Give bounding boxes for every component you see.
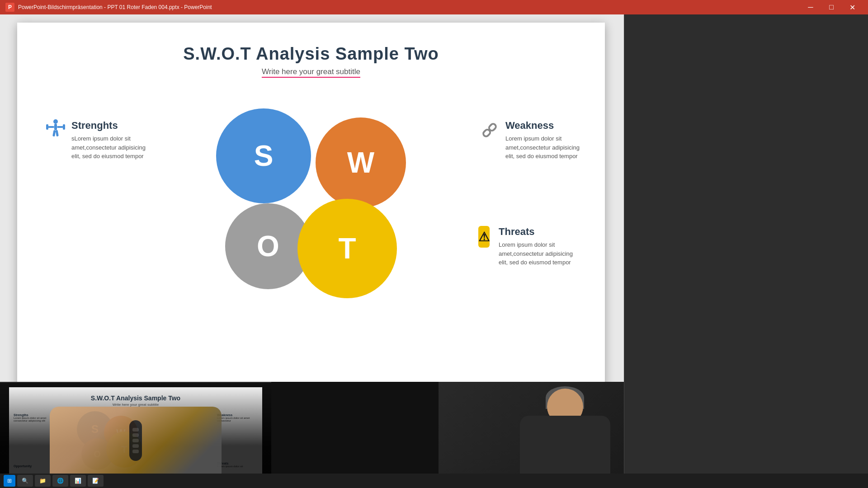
circle-t: T: [297, 199, 397, 298]
slide-title: S.W.O.T Analysis Sample Two: [17, 23, 605, 64]
weakness-icon: [478, 119, 501, 145]
strengths-title: Strenghts: [71, 120, 148, 131]
slide-area: S.W.O.T Analysis Sample Two Write here y…: [0, 14, 624, 488]
titlebar: P PowerPoint-Bildschirmpräsentation - PP…: [0, 0, 868, 14]
weakness-block: Weakness Lorem ipsum dolor sit amet,cons…: [478, 120, 582, 161]
strengths-icon: [44, 118, 67, 145]
strengths-svg-icon: [44, 118, 67, 141]
minimize-button[interactable]: ─: [800, 0, 821, 14]
svg-rect-3: [57, 126, 63, 128]
svg-rect-9: [488, 123, 497, 132]
taskbar-search[interactable]: 🔍: [17, 475, 33, 487]
threats-icon: ⚠: [478, 226, 490, 248]
threats-title: Threats: [499, 226, 582, 238]
weakness-row: Weakness Lorem ipsum dolor sit amet,cons…: [478, 120, 582, 161]
svg-rect-6: [52, 130, 56, 137]
svg-point-0: [53, 119, 58, 124]
right-sidebar: [624, 14, 868, 488]
svg-rect-4: [46, 124, 48, 130]
strengths-text-block: Strenghts sLorem ipsum dolor sit amet,co…: [71, 120, 148, 161]
hands-overlay: [0, 382, 271, 488]
weakness-title: Weakness: [505, 120, 582, 131]
taskbar-excel[interactable]: 📊: [70, 475, 86, 487]
remote-btn-5: [132, 450, 139, 453]
taskbar: ⊞ 🔍 📁 🌐 📊 📝: [0, 474, 868, 488]
taskbar-start[interactable]: ⊞: [4, 475, 15, 487]
strengths-block: Strenghts sLorem ipsum dolor sit amet,co…: [44, 120, 148, 161]
swot-diagram: S W O T: [216, 108, 406, 298]
threats-row: ⚠ Threats Lorem ipsum dolor sit amet,con…: [478, 226, 582, 267]
warning-symbol: ⚠: [478, 230, 490, 244]
taskbar-edge[interactable]: 🌐: [52, 475, 68, 487]
taskbar-explorer[interactable]: 📁: [35, 475, 51, 487]
window-title: PowerPoint-Bildschirmpräsentation - PPT …: [18, 4, 797, 10]
person-silhouette: [461, 384, 615, 488]
webcam-area: [439, 382, 624, 488]
remote-btn-3: [132, 439, 139, 442]
window-controls: ─ □ ✕: [800, 0, 863, 14]
app-icon: P: [5, 3, 14, 12]
webcam-feed: [439, 382, 624, 488]
threats-text-block: Threats Lorem ipsum dolor sit amet,conse…: [499, 226, 582, 267]
slide-subtitle: Write here your great subtitle: [17, 67, 605, 76]
bottom-overlay: S.W.O.T Analysis Sample Two Write here y…: [0, 382, 624, 488]
svg-rect-2: [48, 126, 54, 128]
close-button[interactable]: ✕: [842, 0, 863, 14]
svg-rect-7: [56, 130, 59, 137]
threats-block: ⚠ Threats Lorem ipsum dolor sit amet,con…: [478, 226, 582, 267]
circle-s: S: [216, 108, 311, 203]
taskbar-word[interactable]: 📝: [88, 475, 104, 487]
threats-description: Lorem ipsum dolor sit amet,consectetur a…: [499, 240, 582, 267]
circle-w: W: [316, 117, 406, 208]
slide: S.W.O.T Analysis Sample Two Write here y…: [17, 23, 605, 398]
maximize-button[interactable]: □: [821, 0, 842, 14]
main-area: S.W.O.T Analysis Sample Two Write here y…: [0, 14, 868, 488]
svg-rect-1: [54, 124, 57, 130]
remote-btn-2: [132, 433, 139, 437]
strengths-description: sLorem ipsum dolor sit amet,consectetur …: [71, 134, 148, 161]
weakness-description: Lorem ipsum dolor sit amet,consectetur a…: [505, 134, 582, 161]
remote-control: [129, 420, 142, 461]
chain-svg-icon: [478, 119, 501, 141]
svg-rect-5: [63, 124, 65, 130]
remote-btn-1: [132, 428, 139, 432]
thumbnail-panel: S.W.O.T Analysis Sample Two Write here y…: [0, 382, 271, 488]
slide-subtitle-text: Write here your great subtitle: [262, 67, 360, 78]
remote-btn-4: [132, 444, 139, 448]
weakness-text-block: Weakness Lorem ipsum dolor sit amet,cons…: [505, 120, 582, 161]
strengths-row: Strenghts sLorem ipsum dolor sit amet,co…: [44, 120, 148, 161]
